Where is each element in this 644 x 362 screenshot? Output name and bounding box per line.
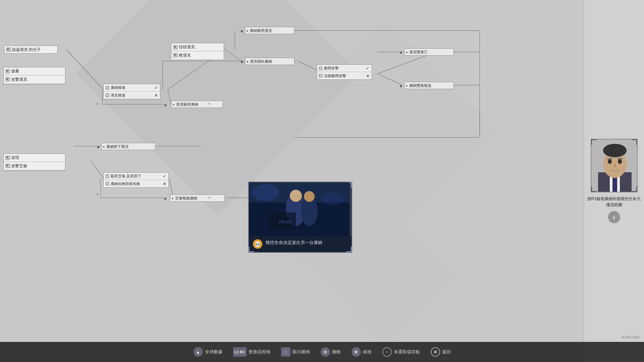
node-label: 漢克墮身亡 bbox=[409, 50, 428, 55]
node-label: 康納殺死漢克 bbox=[250, 28, 272, 33]
btn-change-flow[interactable]: L1 R1 更換流程例 bbox=[233, 347, 270, 357]
svg-point-51 bbox=[618, 159, 622, 164]
choice-icon bbox=[319, 67, 322, 70]
choice-no-attack: 沒能般間攻擊 ✕ bbox=[317, 72, 372, 79]
node-chase: 追現 bbox=[4, 154, 65, 162]
svg-line-0 bbox=[66, 50, 103, 89]
svg-point-38 bbox=[290, 190, 302, 202]
svg-line-10 bbox=[298, 61, 317, 70]
plus-icon-3[interactable]: + bbox=[208, 101, 211, 106]
l1r1-button-icon: L1 R1 bbox=[233, 347, 247, 357]
btn-global-data[interactable]: ▲ 全球數據 bbox=[194, 347, 222, 357]
choice-label: 般間攻擊 bbox=[324, 66, 339, 71]
svg-point-50 bbox=[608, 159, 612, 164]
bullet-4 bbox=[400, 52, 402, 54]
choice-group-1: 康納推進 ✓ 漢克推進 ✕ bbox=[103, 84, 160, 99]
choice-label: 殺死艾偷 及其部下 bbox=[111, 174, 141, 179]
node-label: 信頭漢克 bbox=[179, 44, 195, 50]
btn-pan[interactable]: ⊙ 撤動 bbox=[321, 347, 341, 357]
node-label: 救漢克 bbox=[179, 53, 191, 58]
choice-kill-elijah: 殺死艾偷 及其部下 ✓ bbox=[104, 173, 168, 180]
bullet-1 bbox=[241, 30, 243, 32]
nav-next-arrow[interactable]: › bbox=[608, 211, 620, 223]
check-icon: ✓ bbox=[154, 85, 158, 90]
svg-point-54 bbox=[613, 164, 616, 167]
btn-show-legend[interactable]: □ 顯示圖例 bbox=[281, 347, 310, 357]
svg-point-42 bbox=[252, 184, 279, 201]
plus-icon-2[interactable]: + bbox=[96, 191, 99, 198]
square-button-icon: □ bbox=[281, 347, 290, 357]
choice-icon bbox=[319, 74, 322, 77]
btn-back[interactable]: ✕ 返回 bbox=[431, 347, 451, 357]
choice-group-3: 殺死艾偷 及其部下 ✓ 康納自救防衛失敗 ✕ bbox=[103, 172, 169, 188]
node-discuss-son: 談論漢克 的兒子 bbox=[4, 46, 58, 54]
svg-line-1 bbox=[66, 50, 103, 89]
popup-text: 模控生命決定派出另一台康納 bbox=[266, 239, 322, 246]
popup-scene-image: POLICE bbox=[249, 182, 350, 236]
plus-icon-4[interactable]: + bbox=[208, 195, 211, 200]
node-connor-fall-report: 康納墮落報道 bbox=[404, 82, 454, 89]
node-group-chase: 追現 攻擊艾偷 bbox=[3, 154, 65, 171]
svg-line-4 bbox=[168, 89, 171, 104]
cross-icon: ✕ bbox=[163, 181, 166, 186]
popup-card: POLICE 💀 模控生命決定派出另一台康納 bbox=[248, 182, 352, 253]
cross-icon: ✕ bbox=[366, 73, 370, 78]
node-save-hank: 救漢克 bbox=[171, 51, 224, 59]
node-label: 艾偷報復康納 bbox=[175, 196, 197, 201]
node-label: 康納跌下屋頂 bbox=[106, 144, 128, 149]
choice-icon bbox=[106, 94, 109, 97]
node-hank-kills-connor: 康納殺死漢克 bbox=[245, 27, 294, 34]
right-panel-text: 按R1檢視康納到達模控生命大樓流程圖 bbox=[584, 196, 644, 208]
choice-attack: 般間攻擊 ✓ bbox=[317, 65, 372, 72]
node-attack-elijah: 攻擊艾偷 bbox=[4, 162, 65, 170]
node-hank-toward-connor: 漢克朝向康納 bbox=[245, 58, 294, 65]
btn-no-save[interactable]: ○ 未選取儲存點 bbox=[382, 347, 420, 357]
bullet-7 bbox=[164, 198, 166, 200]
check-icon: ✓ bbox=[163, 174, 166, 179]
svg-point-55 bbox=[603, 144, 627, 157]
node-icon bbox=[173, 53, 177, 57]
node-label: 放棄 bbox=[11, 68, 19, 74]
choice-hank-push: 漢克推進 ✕ bbox=[104, 92, 160, 99]
svg-line-16 bbox=[377, 74, 402, 85]
triangle-button-icon: ▲ bbox=[194, 347, 203, 357]
circle-button-icon: ⊙ bbox=[321, 347, 330, 357]
flow-lines bbox=[0, 0, 644, 362]
node-label: 談論漢克 的兒子 bbox=[12, 47, 41, 53]
btn-pan-label: 撤動 bbox=[332, 349, 341, 355]
svg-rect-53 bbox=[617, 158, 623, 159]
bottom-bar: ▲ 全球數據 L1 R1 更換流程例 □ 顯示圖例 ⊙ 撤動 R 縮放 ○ 未選… bbox=[0, 342, 644, 362]
svg-point-39 bbox=[304, 191, 315, 202]
right-panel: 按R1檢視康納到達模控生命大樓流程圖 › bbox=[584, 0, 644, 362]
bullet-2 bbox=[241, 61, 243, 63]
frame-corner-br bbox=[346, 247, 352, 252]
node-label: 攻擊艾偷 bbox=[11, 163, 27, 169]
choice-icon bbox=[106, 175, 109, 178]
plus-icon-1[interactable]: + bbox=[96, 101, 99, 108]
node-attack-hank: 攻擊漢克 bbox=[4, 75, 65, 83]
choice-icon bbox=[106, 182, 109, 185]
bullet-5 bbox=[400, 85, 402, 87]
node-hank-falls: 漢克墮身亡 bbox=[404, 48, 454, 56]
svg-text:POLICE: POLICE bbox=[279, 220, 291, 224]
node-connor-falls-roof: 康納跌下屋頂 bbox=[101, 143, 156, 150]
btn-change-flow-label: 更換流程例 bbox=[249, 349, 270, 355]
avatar bbox=[591, 139, 637, 192]
node-label: 漢克殺死康納 bbox=[176, 102, 198, 107]
bullet-6 bbox=[97, 146, 99, 148]
choice-label: 康納自救防衛失敗 bbox=[111, 181, 140, 186]
btn-global-data-label: 全球數據 bbox=[205, 349, 222, 355]
choice-connor-push: 康納推進 ✓ bbox=[104, 84, 160, 92]
node-icon bbox=[6, 156, 10, 160]
node-elijah-revenge: 艾偷報復康納 bbox=[170, 194, 225, 202]
node-mark-kills-connor: 漢克殺死康納 bbox=[171, 101, 223, 108]
node-trust-hank: 信頭漢克 bbox=[171, 43, 224, 51]
btn-no-save-label: 未選取儲存點 bbox=[394, 349, 420, 355]
node-group-hank-options: 信頭漢克 救漢克 bbox=[171, 43, 224, 59]
node-label: 康納墮落報道 bbox=[409, 83, 431, 88]
btn-zoom[interactable]: R 縮放 bbox=[352, 347, 372, 357]
o-button-icon: ○ bbox=[382, 347, 392, 357]
node-group-abandon: 放棄 攻擊漢克 bbox=[3, 67, 65, 84]
skull-icon: 💀 bbox=[253, 239, 262, 249]
choice-connor-fail: 康納自救防衛失敗 ✕ bbox=[104, 180, 168, 187]
